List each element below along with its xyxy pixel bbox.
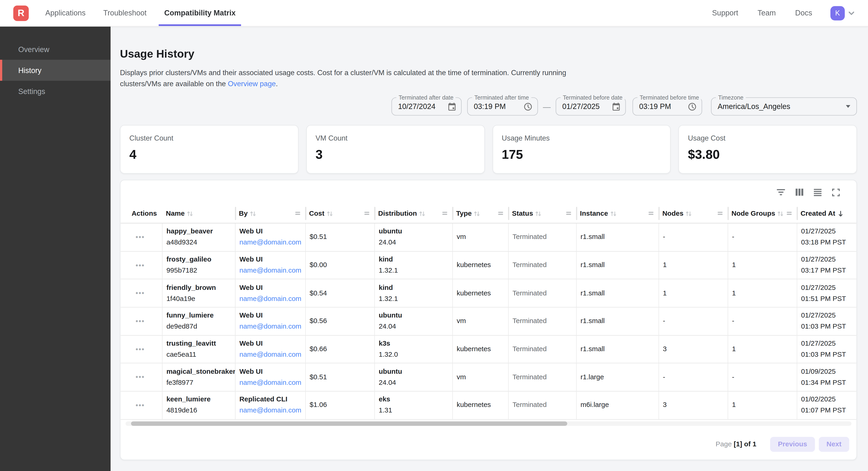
cell-by: Web UIname@domain.com bbox=[235, 224, 305, 251]
nav-link-docs[interactable]: Docs bbox=[795, 9, 812, 17]
column-menu-icon[interactable] bbox=[566, 211, 571, 216]
sort-icon[interactable] bbox=[418, 210, 426, 217]
table-row[interactable]: ••• funny_lumierede9ed87d Web UIname@dom… bbox=[121, 307, 856, 336]
nav-link-team[interactable]: Team bbox=[758, 9, 776, 17]
email-link[interactable]: name@domain.com bbox=[239, 295, 303, 303]
sidebar-item-overview[interactable]: Overview bbox=[0, 39, 111, 60]
more-horizontal-icon[interactable]: ••• bbox=[135, 347, 145, 352]
column-header-cost[interactable]: Cost bbox=[305, 204, 374, 223]
calendar-icon[interactable] bbox=[612, 102, 620, 111]
user-menu[interactable]: K bbox=[831, 6, 855, 20]
table-row[interactable]: ••• magical_stonebrakerfe3f8977 Web UIna… bbox=[121, 364, 856, 392]
clock-icon[interactable] bbox=[688, 102, 696, 111]
filter-icon[interactable] bbox=[777, 188, 785, 196]
sidebar-item-settings[interactable]: Settings bbox=[0, 81, 111, 101]
terminated-before-date-field[interactable]: Terminated before date 01/27/2025 bbox=[556, 97, 626, 115]
email-link[interactable]: name@domain.com bbox=[239, 379, 303, 387]
nav-link-support[interactable]: Support bbox=[712, 9, 738, 17]
column-menu-icon[interactable] bbox=[498, 211, 503, 216]
sort-icon[interactable] bbox=[326, 210, 333, 217]
sort-desc-icon[interactable] bbox=[837, 210, 844, 217]
row-actions-menu[interactable]: ••• bbox=[121, 392, 162, 419]
stat-label: VM Count bbox=[316, 134, 475, 142]
avatar[interactable]: K bbox=[831, 6, 845, 20]
email-link[interactable]: name@domain.com bbox=[239, 238, 303, 247]
cell-type: kubernetes bbox=[452, 252, 508, 279]
more-horizontal-icon[interactable]: ••• bbox=[135, 291, 145, 296]
terminated-after-date-field[interactable]: Terminated after date 10/27/2024 bbox=[392, 97, 462, 115]
more-horizontal-icon[interactable]: ••• bbox=[135, 375, 145, 380]
column-menu-icon[interactable] bbox=[295, 211, 300, 216]
email-link[interactable]: name@domain.com bbox=[239, 351, 303, 359]
email-link[interactable]: name@domain.com bbox=[239, 323, 303, 331]
page-indicator: Page [1] of 1 bbox=[716, 440, 756, 448]
table-row[interactable]: ••• frosty_galileo995b7182 Web UIname@do… bbox=[121, 252, 856, 279]
terminated-after-time-value[interactable]: 03:19 PM bbox=[468, 102, 523, 111]
column-menu-icon[interactable] bbox=[648, 211, 654, 216]
column-header-status[interactable]: Status bbox=[508, 204, 576, 223]
column-header-by[interactable]: By bbox=[235, 204, 305, 223]
email-link[interactable]: name@domain.com bbox=[239, 407, 303, 415]
terminated-before-time-field[interactable]: Terminated before time 03:19 PM bbox=[632, 97, 702, 115]
sort-icon[interactable] bbox=[535, 210, 542, 217]
sort-icon[interactable] bbox=[249, 210, 256, 217]
row-actions-menu[interactable]: ••• bbox=[121, 335, 162, 363]
column-header-nodes[interactable]: Nodes bbox=[658, 204, 727, 223]
column-header-type[interactable]: Type bbox=[452, 204, 508, 223]
column-menu-icon[interactable] bbox=[787, 211, 792, 216]
more-horizontal-icon[interactable]: ••• bbox=[135, 403, 145, 408]
previous-page-button[interactable]: Previous bbox=[770, 437, 815, 452]
sort-icon[interactable] bbox=[186, 210, 193, 217]
cell-instance: r1.large bbox=[576, 364, 659, 391]
columns-icon[interactable] bbox=[796, 188, 804, 196]
terminated-before-date-value[interactable]: 01/27/2025 bbox=[556, 102, 612, 111]
timezone-select[interactable]: Timezone America/Los_Angeles bbox=[711, 97, 857, 115]
nav-tab-troubleshoot[interactable]: Troubleshoot bbox=[94, 0, 155, 26]
table-row[interactable]: ••• trusting_leavittcae5ea11 Web UIname@… bbox=[121, 335, 856, 364]
column-header-created-at[interactable]: Created At bbox=[797, 204, 856, 223]
more-horizontal-icon[interactable]: ••• bbox=[135, 234, 145, 240]
terminated-before-time-value[interactable]: 03:19 PM bbox=[633, 102, 688, 111]
timezone-value[interactable]: America/Los_Angeles bbox=[712, 102, 846, 111]
horizontal-scrollbar-thumb[interactable] bbox=[131, 421, 567, 425]
density-icon[interactable] bbox=[814, 188, 822, 196]
row-actions-menu[interactable]: ••• bbox=[121, 252, 162, 279]
column-menu-icon[interactable] bbox=[365, 211, 370, 216]
column-menu-icon[interactable] bbox=[442, 211, 447, 216]
calendar-icon[interactable] bbox=[448, 102, 456, 111]
sort-icon[interactable] bbox=[473, 210, 480, 217]
column-menu-icon[interactable] bbox=[718, 211, 723, 216]
sidebar-item-history[interactable]: History bbox=[0, 60, 111, 81]
column-header-name[interactable]: Name bbox=[162, 204, 235, 223]
row-actions-menu[interactable]: ••• bbox=[121, 364, 162, 391]
replicated-logo[interactable]: R bbox=[13, 5, 29, 21]
sort-icon[interactable] bbox=[777, 210, 784, 217]
email-link[interactable]: name@domain.com bbox=[239, 267, 303, 275]
nav-tab-compatibility-matrix[interactable]: Compatibility Matrix bbox=[155, 0, 244, 26]
sort-icon[interactable] bbox=[685, 210, 692, 217]
select-arrow-icon[interactable] bbox=[846, 105, 850, 108]
cell-distribution: ubuntu24.04 bbox=[374, 224, 452, 251]
table-row[interactable]: ••• happy_beavera48d9324 Web UIname@doma… bbox=[121, 224, 856, 252]
column-header-instance[interactable]: Instance bbox=[576, 204, 659, 223]
fullscreen-icon[interactable] bbox=[832, 188, 840, 196]
more-horizontal-icon[interactable]: ••• bbox=[135, 319, 145, 324]
clock-icon[interactable] bbox=[524, 102, 532, 111]
cell-cost: $0.56 bbox=[305, 307, 374, 335]
row-actions-menu[interactable]: ••• bbox=[121, 279, 162, 307]
nav-tab-applications[interactable]: Applications bbox=[36, 0, 94, 26]
terminated-after-time-field[interactable]: Terminated after time 03:19 PM bbox=[467, 97, 538, 115]
table-row[interactable]: ••• keen_lumiere4819de16 Replicated CLIn… bbox=[121, 392, 856, 420]
more-horizontal-icon[interactable]: ••• bbox=[135, 262, 145, 268]
row-actions-menu[interactable]: ••• bbox=[121, 224, 162, 251]
sort-icon[interactable] bbox=[610, 210, 617, 217]
terminated-after-date-value[interactable]: 10/27/2024 bbox=[392, 102, 448, 111]
next-page-button[interactable]: Next bbox=[819, 437, 849, 452]
cell-cost: $0.51 bbox=[305, 224, 374, 251]
column-header-distribution[interactable]: Distribution bbox=[374, 204, 452, 223]
horizontal-scrollbar-track[interactable] bbox=[126, 421, 851, 425]
column-header-node-groups[interactable]: Node Groups bbox=[727, 204, 797, 223]
table-row[interactable]: ••• friendly_brown1f40a19e Web UIname@do… bbox=[121, 279, 856, 307]
overview-page-link[interactable]: Overview page bbox=[228, 79, 276, 88]
row-actions-menu[interactable]: ••• bbox=[121, 307, 162, 335]
